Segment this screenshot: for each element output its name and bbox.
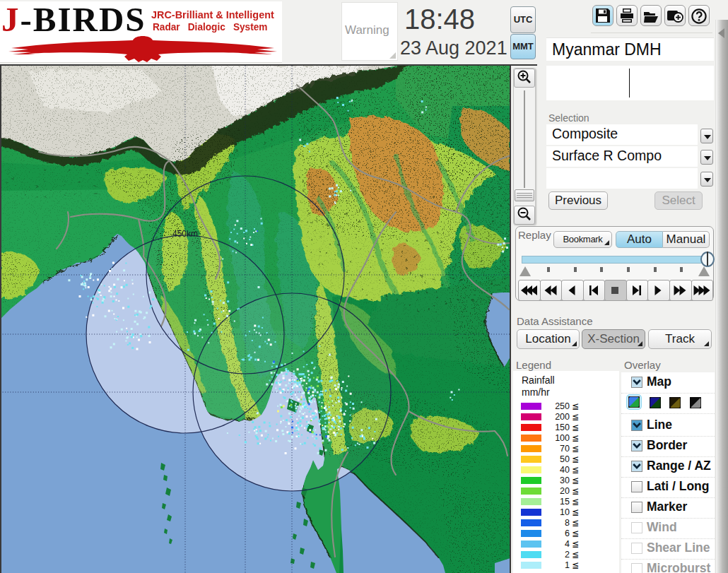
svg-text:450km: 450km [172, 229, 198, 239]
